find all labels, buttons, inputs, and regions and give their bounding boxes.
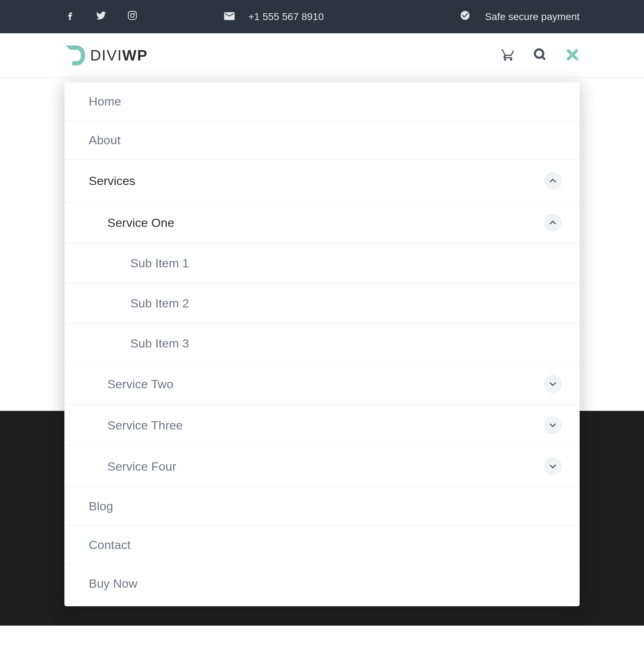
menu-label: Service One: [107, 216, 174, 230]
logo-text: DIVIWP: [90, 47, 148, 64]
header: DIVIWP: [0, 33, 644, 78]
svg-point-0: [535, 49, 543, 58]
content-area: Home About Services: [0, 78, 644, 646]
menu-label: Services: [89, 174, 135, 188]
submenu-item-service-two[interactable]: Service Two: [64, 363, 580, 404]
facebook-icon[interactable]: [64, 10, 76, 24]
expand-toggle[interactable]: [544, 416, 562, 434]
submenu-item-service-three[interactable]: Service Three: [64, 404, 580, 446]
payment-text: Safe secure payment: [485, 11, 580, 23]
chevron-up-icon: [549, 220, 556, 225]
submenu-item-service-one[interactable]: Service One: [64, 202, 580, 243]
header-actions: [501, 48, 580, 63]
email-icon[interactable]: [224, 11, 235, 23]
subitem-3[interactable]: Sub Item 3: [64, 323, 580, 363]
menu-label: Sub Item 1: [130, 256, 189, 270]
collapse-toggle[interactable]: [544, 214, 562, 232]
chevron-down-icon: [549, 423, 556, 428]
chevron-down-icon: [549, 464, 556, 469]
close-menu-icon[interactable]: [565, 48, 580, 63]
menu-label: Sub Item 3: [130, 336, 189, 350]
expand-toggle[interactable]: [544, 375, 562, 393]
menu-label: Contact: [89, 538, 131, 552]
menu-label: Sub Item 2: [130, 296, 189, 310]
topbar: +1 555 567 8910 Safe secure payment: [0, 0, 644, 33]
expand-toggle[interactable]: [544, 457, 562, 475]
svg-line-1: [542, 57, 545, 59]
instagram-icon[interactable]: [127, 10, 138, 24]
submenu-item-service-four[interactable]: Service Four: [64, 446, 580, 487]
menu-item-services[interactable]: Services: [64, 160, 580, 202]
menu-label: Buy Now: [89, 577, 137, 591]
chevron-up-icon: [549, 178, 556, 183]
mobile-menu-panel: Home About Services: [64, 82, 580, 606]
menu-label: Service Three: [107, 418, 183, 432]
subitem-1[interactable]: Sub Item 1: [64, 243, 580, 283]
menu-item-buy-now[interactable]: Buy Now: [64, 564, 580, 606]
chevron-down-icon: [549, 382, 556, 387]
menu-label: Service Two: [107, 377, 174, 391]
menu-item-about[interactable]: About: [64, 121, 580, 159]
cart-icon[interactable]: [501, 48, 515, 63]
menu-item-contact[interactable]: Contact: [64, 526, 580, 564]
logo[interactable]: DIVIWP: [64, 45, 148, 65]
topbar-payment: Safe secure payment: [460, 10, 580, 23]
menu-label: Home: [89, 94, 121, 108]
topbar-phone: +1 555 567 8910: [224, 11, 324, 23]
check-circle-icon: [460, 10, 470, 23]
menu-item-blog[interactable]: Blog: [64, 487, 580, 525]
menu-label: Blog: [89, 499, 113, 513]
twitter-icon[interactable]: [96, 10, 107, 24]
topbar-socials: [64, 10, 138, 24]
subitem-2[interactable]: Sub Item 2: [64, 283, 580, 323]
logo-mark-icon: [64, 45, 86, 65]
search-icon[interactable]: [533, 48, 547, 63]
menu-label: About: [89, 133, 121, 147]
phone-number[interactable]: +1 555 567 8910: [248, 11, 324, 23]
menu-label: Service Four: [107, 460, 176, 473]
collapse-toggle[interactable]: [544, 172, 562, 190]
menu-item-home[interactable]: Home: [64, 82, 580, 121]
